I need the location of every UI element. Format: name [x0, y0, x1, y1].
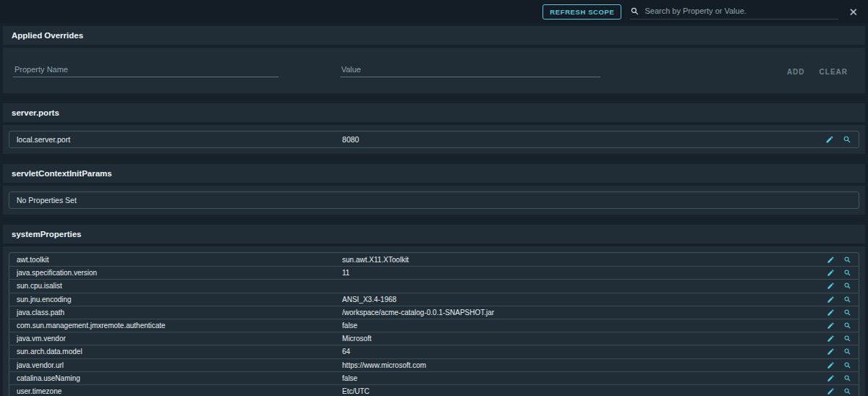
property-row: user.timezone Etc/UTC — [9, 384, 859, 396]
search-property-icon[interactable] — [843, 374, 851, 382]
system-properties-header: systemProperties — [3, 225, 865, 244]
search-property-icon[interactable] — [843, 296, 851, 304]
property-name: catalina.useNaming — [17, 374, 342, 382]
section-title: Applied Overrides — [12, 31, 83, 40]
property-name: sun.jnu.encoding — [17, 296, 342, 304]
row-actions — [821, 335, 851, 343]
edit-icon[interactable] — [827, 269, 835, 277]
property-name-input[interactable] — [13, 62, 278, 77]
applied-overrides-section: Applied Overrides ADD CLEAR — [0, 26, 868, 93]
search-property-icon[interactable] — [843, 335, 851, 343]
property-row: sun.arch.data.model 64 — [9, 345, 859, 358]
server-ports-rowbox: local.server.port 8080 — [9, 131, 859, 148]
edit-icon[interactable] — [827, 374, 835, 382]
applied-overrides-content: ADD CLEAR — [3, 48, 865, 93]
property-name: local.server.port — [17, 135, 342, 144]
section-title: server.ports — [12, 108, 59, 117]
edit-icon[interactable] — [825, 135, 834, 144]
refresh-scope-button[interactable]: REFRESH SCOPE — [542, 4, 621, 20]
property-value: 8080 — [342, 135, 820, 144]
search-property-icon[interactable] — [843, 322, 851, 330]
edit-icon[interactable] — [827, 322, 835, 330]
row-actions — [821, 296, 851, 304]
section-title: systemProperties — [12, 230, 82, 238]
search-input[interactable] — [644, 7, 838, 15]
search-icon — [630, 7, 639, 16]
property-value: Etc/UTC — [342, 387, 821, 395]
property-value: false — [342, 374, 821, 382]
property-value: Microsoft — [342, 335, 821, 343]
property-name: sun.cpu.isalist — [17, 282, 342, 290]
row-actions — [821, 322, 851, 330]
property-name: awt.toolkit — [17, 256, 342, 264]
property-name: java.vm.vendor — [17, 335, 342, 343]
system-properties-section: systemProperties awt.toolkit sun.awt.X11… — [0, 225, 868, 396]
row-actions — [821, 361, 851, 369]
property-name: java.vendor.url — [17, 361, 342, 369]
row-actions — [821, 256, 851, 264]
property-name: user.timezone — [17, 387, 342, 395]
property-value: 64 — [342, 348, 821, 356]
property-value: ANSI_X3.4-1968 — [342, 296, 821, 304]
topbar: REFRESH SCOPE ✕ — [0, 0, 868, 23]
section-title: servletContextInitParams — [12, 169, 112, 178]
property-name: sun.arch.data.model — [17, 348, 342, 356]
override-form-actions: ADD CLEAR — [787, 68, 855, 77]
close-icon[interactable]: ✕ — [846, 5, 861, 19]
edit-icon[interactable] — [827, 282, 835, 290]
property-row: catalina.useNaming false — [9, 371, 859, 384]
row-actions — [821, 309, 851, 317]
property-name: com.sun.management.jmxremote.authenticat… — [17, 322, 342, 330]
search-box — [630, 4, 838, 20]
server-ports-content: local.server.port 8080 — [3, 125, 865, 154]
row-actions — [820, 135, 851, 144]
system-properties-table: awt.toolkit sun.awt.X11.XToolkit java.sp… — [9, 252, 859, 396]
edit-icon[interactable] — [827, 387, 835, 395]
property-row: com.sun.management.jmxremote.authenticat… — [9, 319, 859, 332]
property-row: java.vm.vendor Microsoft — [9, 332, 859, 345]
row-actions — [821, 387, 851, 395]
property-value: /workspace/acme-catalog-0.0.1-SNAPSHOT.j… — [342, 309, 821, 317]
server-ports-header: server.ports — [3, 103, 865, 122]
property-name: java.class.path — [17, 309, 342, 317]
system-properties-content: awt.toolkit sun.awt.X11.XToolkit java.sp… — [3, 246, 865, 396]
servlet-context-header: servletContextInitParams — [3, 164, 865, 183]
edit-icon[interactable] — [827, 296, 835, 304]
clear-button[interactable]: CLEAR — [820, 68, 848, 76]
property-row: local.server.port 8080 — [9, 132, 859, 147]
row-actions — [821, 348, 851, 356]
server-ports-section: server.ports local.server.port 8080 — [0, 103, 868, 154]
search-property-icon[interactable] — [843, 135, 851, 144]
search-property-icon[interactable] — [843, 282, 851, 290]
property-row: sun.cpu.isalist — [9, 279, 859, 292]
search-property-icon[interactable] — [843, 269, 851, 277]
edit-icon[interactable] — [827, 335, 835, 343]
edit-icon[interactable] — [827, 256, 835, 264]
search-property-icon[interactable] — [843, 309, 851, 317]
property-value: https://www.microsoft.com — [342, 361, 821, 369]
property-value: sun.awt.X11.XToolkit — [342, 256, 821, 264]
property-value: 11 — [342, 269, 821, 277]
search-property-icon[interactable] — [843, 348, 851, 356]
property-row: java.vendor.url https://www.microsoft.co… — [9, 358, 859, 371]
add-button[interactable]: ADD — [787, 68, 805, 76]
servlet-context-rowbox: No Properties Set — [9, 191, 859, 209]
edit-icon[interactable] — [827, 309, 835, 317]
value-input[interactable] — [340, 62, 601, 77]
applied-overrides-header: Applied Overrides — [3, 26, 865, 45]
property-row: java.class.path /workspace/acme-catalog-… — [9, 306, 859, 319]
row-actions — [821, 282, 851, 290]
search-property-icon[interactable] — [843, 361, 851, 369]
empty-message: No Properties Set — [9, 192, 859, 208]
servlet-context-section: servletContextInitParams No Properties S… — [0, 164, 868, 215]
edit-icon[interactable] — [827, 361, 835, 369]
row-actions — [821, 269, 851, 277]
search-property-icon[interactable] — [843, 256, 851, 264]
edit-icon[interactable] — [827, 348, 835, 356]
search-property-icon[interactable] — [843, 387, 851, 395]
servlet-context-content: No Properties Set — [3, 186, 865, 215]
row-actions — [821, 374, 851, 382]
property-row: awt.toolkit sun.awt.X11.XToolkit — [9, 253, 859, 266]
override-form: ADD CLEAR — [9, 53, 859, 87]
property-row: java.specification.version 11 — [9, 266, 859, 279]
